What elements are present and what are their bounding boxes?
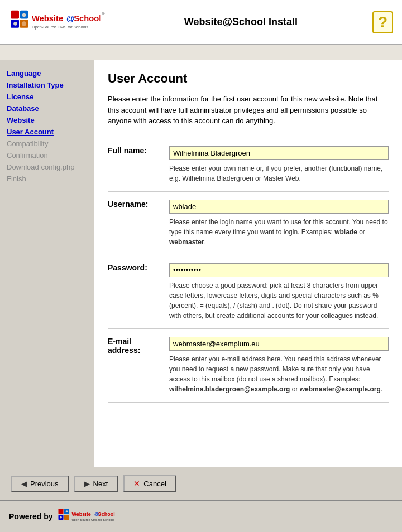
svg-text:Website: Website [71,511,90,517]
password-input[interactable] [169,263,389,277]
sidebar-item-compatibility: Compatibility [7,139,87,148]
svg-text:Open-Source CMS for Schools: Open-Source CMS for Schools [32,25,88,30]
username-help: Please enter the login name you want to … [169,217,389,247]
email-help: Please enter you e-mail address here. Yo… [169,354,389,394]
previous-button[interactable]: ◀ Previous [11,476,69,492]
sidebar-item-installation-type[interactable]: Installation Type [7,81,87,89]
page-title: User Account [108,71,389,86]
fullname-input[interactable] [169,146,389,160]
cancel-button[interactable]: ✕ Cancel [123,475,176,492]
logo-image: Website @ School Open-Source CMS for Sch… [9,7,109,38]
sidebar-item-website[interactable]: Website [7,116,87,124]
svg-point-5 [13,22,17,26]
fullname-help: Please enter your own name or, if you pr… [169,163,389,183]
help-button[interactable]: ? [372,11,393,33]
button-bar: ◀ Previous ▶ Next ✕ Cancel [0,467,402,500]
sidebar: Language Installation Type License Datab… [0,60,94,467]
form-row-email: E-mail address: Please enter you e-mail … [108,328,389,402]
svg-text:School: School [74,14,101,23]
svg-point-6 [22,21,26,26]
svg-text:Website: Website [32,14,63,23]
username-input[interactable] [169,200,389,214]
sidebar-item-license[interactable]: License [7,93,87,101]
svg-point-4 [22,13,26,17]
previous-icon: ◀ [21,480,27,488]
next-icon: ▶ [84,480,90,488]
fullname-label: Full name: [108,138,169,191]
email-label: E-mail address: [108,328,169,402]
password-field-cell: Please choose a good password: pick at l… [169,255,389,328]
content-area: User Account Please enter the informatio… [94,60,402,467]
sidebar-item-language[interactable]: Language [7,69,87,78]
username-label: Username: [108,191,169,255]
toolbar-strip [0,45,402,60]
next-button[interactable]: ▶ Next [74,476,118,492]
svg-rect-15 [64,515,69,520]
password-label: Password: [108,255,169,328]
form-table: Full name: Please enter your own name or… [108,138,389,403]
svg-text:®: ® [102,11,105,16]
svg-text:School: School [98,511,114,517]
svg-text:Open-Source CMS for Schools: Open-Source CMS for Schools [71,518,114,521]
svg-rect-12 [58,509,63,514]
svg-text:@: @ [66,14,74,23]
main-layout: Language Installation Type License Datab… [0,60,402,467]
sidebar-item-finish: Finish [7,175,87,183]
header: Website @ School Open-Source CMS for Sch… [0,0,402,45]
email-field-cell: Please enter you e-mail address here. Yo… [169,328,389,402]
sidebar-item-confirmation: Confirmation [7,151,87,159]
cancel-label: Cancel [143,480,166,488]
svg-point-17 [60,516,62,519]
svg-point-16 [65,510,68,512]
sidebar-item-database[interactable]: Database [7,104,87,113]
svg-rect-0 [11,10,19,18]
header-title: Website@School Install [184,16,298,28]
sidebar-item-download-config: Download config.php [7,163,87,171]
footer-label: Powered by [9,512,53,521]
email-input[interactable] [169,337,389,351]
fullname-field-cell: Please enter your own name or, if you pr… [169,138,389,191]
sidebar-item-user-account[interactable]: User Account [7,128,87,136]
cancel-icon: ✕ [133,479,140,488]
intro-text: Please enter the information for the fir… [108,94,389,127]
next-label: Next [93,480,108,488]
form-row-password: Password: Please choose a good password:… [108,255,389,328]
logo-area: Website @ School Open-Source CMS for Sch… [9,7,109,38]
username-field-cell: Please enter the login name you want to … [169,191,389,255]
footer: Powered by Website @ School Open-Source … [0,500,402,532]
form-row-username: Username: Please enter the login name yo… [108,191,389,255]
footer-logo: Website @ School Open-Source CMS for Sch… [58,506,125,526]
password-help: Please choose a good password: pick at l… [169,280,389,321]
form-row-fullname: Full name: Please enter your own name or… [108,138,389,191]
previous-label: Previous [30,480,59,488]
